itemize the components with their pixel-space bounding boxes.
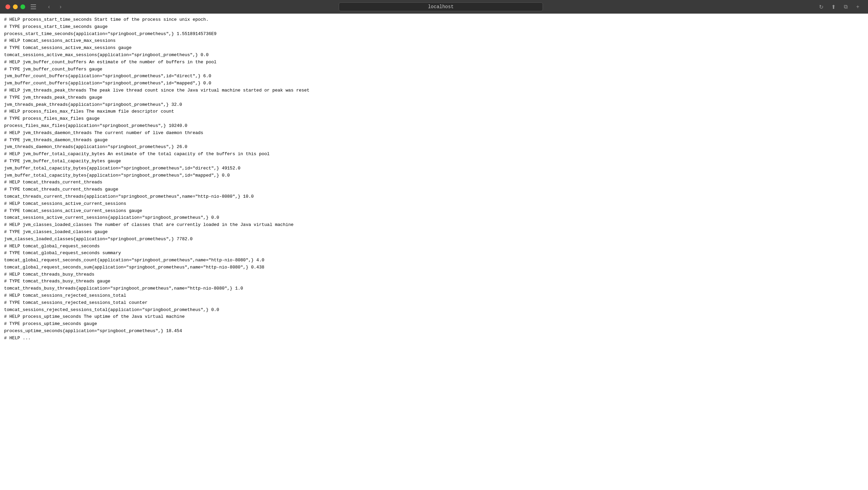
- url-text: localhost: [428, 4, 454, 10]
- reload-button[interactable]: ↻: [816, 2, 826, 12]
- traffic-lights: [5, 4, 25, 9]
- back-button[interactable]: ‹: [44, 2, 54, 12]
- address-bar[interactable]: localhost: [339, 2, 543, 11]
- menu-icon[interactable]: [29, 3, 37, 11]
- right-controls: ↻ ⬆ ⧉ +: [816, 2, 863, 12]
- share-button[interactable]: ⬆: [829, 2, 838, 12]
- close-button[interactable]: [5, 4, 10, 9]
- content-area[interactable]: # HELP process_start_time_seconds Start …: [0, 14, 868, 490]
- add-button[interactable]: +: [853, 2, 863, 12]
- forward-button[interactable]: ›: [56, 2, 65, 12]
- new-tab-button[interactable]: ⧉: [841, 2, 850, 12]
- title-bar: ‹ › localhost ↻ ⬆ ⧉ +: [0, 0, 868, 14]
- maximize-button[interactable]: [20, 4, 25, 9]
- address-bar-container: localhost: [69, 2, 812, 11]
- minimize-button[interactable]: [13, 4, 18, 9]
- nav-buttons: ‹ ›: [44, 2, 65, 12]
